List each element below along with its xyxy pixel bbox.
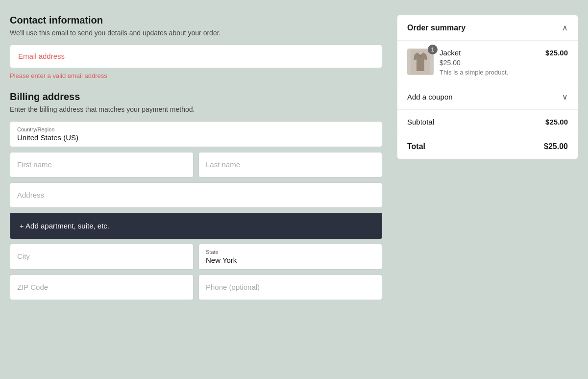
chevron-up-icon[interactable]: ∧ [562, 23, 568, 32]
product-price-sub: $25.00 [440, 59, 539, 67]
chevron-down-icon: ∨ [562, 92, 568, 101]
state-label: State [206, 249, 375, 255]
order-summary-title: Order summary [407, 24, 466, 32]
zip-wrapper [10, 275, 194, 300]
city-wrapper [10, 244, 194, 270]
city-state-row: State New York [10, 244, 382, 270]
state-wrapper[interactable]: State New York [198, 244, 382, 270]
total-value: $25.00 [544, 142, 568, 151]
first-name-wrapper [10, 152, 194, 177]
email-input[interactable] [18, 52, 374, 60]
billing-subtitle: Enter the billing address that matches y… [10, 105, 382, 113]
country-field[interactable]: Country/Region United States (US) [10, 121, 382, 147]
subtotal-label: Subtotal [407, 118, 434, 126]
first-name-input[interactable] [17, 160, 186, 169]
country-value: United States (US) [17, 133, 375, 142]
contact-subtitle: We'll use this email to send you details… [10, 29, 382, 37]
email-input-wrapper [10, 45, 382, 68]
address-input[interactable] [17, 191, 375, 199]
zip-input[interactable] [17, 283, 186, 291]
billing-title: Billing address [10, 91, 382, 102]
product-name: Jacket [440, 49, 539, 57]
quantity-badge: 1 [428, 45, 438, 54]
contact-title: Contact information [10, 15, 382, 26]
order-summary-card: Order summary ∧ 1 [397, 15, 578, 159]
country-label: Country/Region [17, 126, 375, 132]
jacket-thumbnail [411, 50, 430, 74]
subtotal-row: Subtotal $25.00 [397, 110, 578, 134]
last-name-wrapper [198, 152, 382, 177]
subtotal-value: $25.00 [545, 118, 568, 126]
order-summary-header: Order summary ∧ [397, 15, 578, 41]
billing-section: Billing address Enter the billing addres… [10, 91, 382, 300]
total-row: Total $25.00 [397, 134, 578, 159]
city-input[interactable] [17, 252, 186, 260]
product-description: This is a simple product. [440, 69, 539, 76]
add-apt-button[interactable]: + Add apartment, suite, etc. [10, 213, 382, 239]
state-value: New York [206, 256, 375, 264]
address-wrapper [10, 182, 382, 208]
product-image-wrapper: 1 [407, 49, 434, 75]
product-row: 1 Jacket $25.00 This is a simple product… [397, 41, 578, 84]
phone-input[interactable] [206, 283, 375, 291]
total-label: Total [407, 142, 425, 151]
email-error: Please enter a valid email address [10, 72, 382, 79]
zip-phone-row [10, 275, 382, 300]
product-price-main: $25.00 [545, 49, 568, 57]
name-row [10, 152, 382, 177]
phone-wrapper [198, 275, 382, 300]
product-info: Jacket $25.00 This is a simple product. [440, 49, 539, 76]
order-summary-panel: Order summary ∧ 1 [397, 15, 578, 159]
last-name-input[interactable] [206, 160, 375, 169]
coupon-row[interactable]: Add a coupon ∨ [397, 84, 578, 110]
coupon-label: Add a coupon [407, 93, 453, 101]
